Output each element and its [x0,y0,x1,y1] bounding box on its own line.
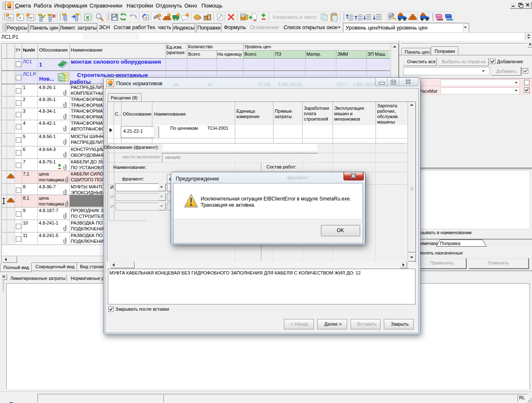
svg-text:✳: ✳ [144,16,148,20]
svg-text:ПР: ПР [28,16,32,20]
svg-text:X: X [86,15,89,21]
svg-text:P: P [60,77,62,80]
svg-text:ЛС: ЛС [7,16,12,20]
svg-text:Р: Р [19,16,21,20]
